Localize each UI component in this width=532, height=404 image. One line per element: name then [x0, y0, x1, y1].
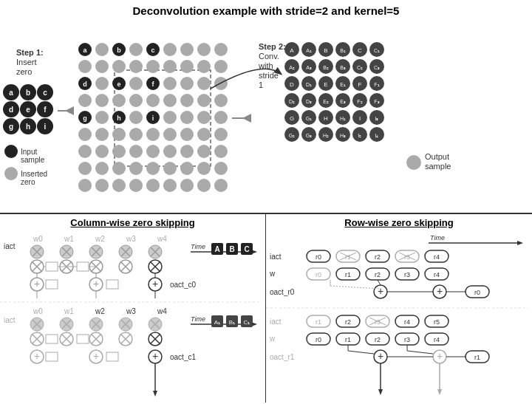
svg-text:+: + [152, 350, 158, 362]
svg-point-88 [197, 128, 211, 141]
svg-point-71 [95, 111, 109, 124]
svg-point-40 [95, 60, 109, 73]
svg-text:r4: r4 [434, 271, 440, 278]
top-diagram: Step 1: Insert zero a b c d e f g h i [0, 15, 532, 213]
svg-point-114 [180, 179, 194, 192]
svg-text:iact: iact [4, 316, 16, 324]
svg-point-63 [129, 94, 143, 107]
svg-line-398 [407, 351, 433, 354]
svg-text:I: I [359, 115, 361, 122]
bottom-right-section: Row-wise zero skipping Time iact w oact_… [266, 214, 532, 403]
svg-point-106 [197, 162, 211, 175]
svg-point-100 [95, 162, 109, 175]
svg-text:stride: stride [259, 71, 279, 80]
bottom-section: Column-wise zero skipping iact w0 w1 w2 … [0, 214, 532, 403]
svg-point-43 [146, 60, 160, 73]
step1-label: Step 1: [16, 48, 44, 57]
svg-text:r1: r1 [345, 336, 351, 343]
svg-text:A: A [214, 245, 219, 253]
svg-text:oact_r1: oact_r1 [270, 353, 295, 361]
svg-point-101 [112, 162, 126, 175]
svg-text:Inserted: Inserted [21, 170, 47, 178]
svg-text:iact: iact [270, 318, 282, 326]
svg-point-68 [214, 94, 228, 107]
svg-point-115 [197, 179, 211, 192]
svg-text:H: H [324, 115, 328, 122]
svg-text:Time: Time [430, 234, 445, 242]
svg-point-32 [129, 43, 143, 56]
svg-point-56 [163, 77, 177, 90]
svg-text:r4: r4 [434, 336, 440, 343]
svg-point-46 [197, 60, 211, 73]
svg-point-29 [95, 43, 109, 56]
svg-text:C₂: C₂ [357, 65, 363, 70]
svg-text:r1: r1 [474, 354, 480, 361]
svg-text:F₃: F₃ [374, 99, 379, 104]
svg-text:w0: w0 [33, 307, 43, 315]
svg-point-84 [129, 128, 143, 141]
svg-text:G₁: G₁ [306, 116, 312, 121]
svg-text:+: + [437, 350, 443, 362]
svg-text:w0: w0 [33, 235, 43, 243]
svg-text:r2: r2 [375, 253, 381, 261]
svg-text:B: B [229, 245, 234, 253]
svg-text:w: w [269, 335, 276, 343]
svg-point-82 [95, 128, 109, 141]
svg-point-35 [163, 43, 177, 56]
svg-text:D₁: D₁ [306, 82, 312, 87]
svg-marker-320 [153, 391, 157, 397]
iact-label-top: iact [4, 242, 16, 250]
svg-point-62 [112, 94, 126, 107]
svg-text:i: i [152, 114, 154, 122]
svg-text:g: g [9, 123, 13, 131]
svg-point-85 [146, 128, 160, 141]
top-section: Deconvolution example with stride=2 and … [0, 0, 532, 214]
svg-point-86 [163, 128, 177, 141]
svg-text:Time: Time [191, 315, 205, 323]
svg-text:r2: r2 [375, 336, 381, 343]
svg-point-99 [78, 162, 92, 175]
svg-point-80 [214, 111, 228, 124]
svg-point-108 [78, 179, 92, 192]
svg-point-66 [180, 94, 194, 107]
svg-text:+: + [34, 350, 40, 362]
svg-text:Conv.: Conv. [259, 52, 279, 61]
svg-text:oact_c0: oact_c0 [170, 281, 196, 289]
svg-rect-254 [46, 280, 58, 289]
step1-insert: Insert [16, 58, 37, 66]
svg-text:h: h [26, 123, 30, 131]
svg-text:D₃: D₃ [306, 99, 312, 104]
svg-point-105 [180, 162, 194, 175]
svg-text:B₁: B₁ [340, 48, 346, 53]
svg-text:H₁: H₁ [340, 116, 346, 121]
row-wise-diagram: Time iact w oact_r0 r0 r1 r2 [266, 228, 532, 402]
svg-text:h: h [117, 114, 121, 122]
svg-text:C₁: C₁ [374, 48, 380, 53]
svg-point-111 [129, 179, 143, 192]
svg-point-112 [146, 179, 160, 192]
svg-text:+: + [378, 285, 383, 297]
svg-text:D₂: D₂ [289, 99, 295, 104]
column-wise-diagram: iact w0 w1 w2 w3 w4 Time A B C [0, 228, 266, 402]
svg-text:g: g [83, 114, 87, 122]
svg-text:B₁: B₁ [229, 319, 235, 326]
svg-text:oact_c1: oact_c1 [170, 353, 196, 361]
svg-text:e: e [117, 81, 120, 88]
svg-text:w3: w3 [126, 307, 136, 315]
svg-text:d: d [9, 106, 13, 114]
svg-text:r3: r3 [404, 336, 410, 343]
svg-text:C: C [244, 245, 249, 253]
svg-line-396 [348, 351, 374, 354]
svg-text:I₄: I₄ [375, 133, 379, 138]
svg-rect-243 [46, 262, 58, 271]
svg-text:r4: r4 [404, 318, 410, 326]
svg-point-93 [129, 145, 143, 158]
svg-point-79 [197, 111, 211, 124]
svg-rect-316 [46, 352, 58, 361]
bottom-left-section: Column-wise zero skipping iact w0 w1 w2 … [0, 214, 266, 403]
svg-point-94 [146, 145, 160, 158]
svg-text:b: b [117, 47, 121, 54]
svg-point-102 [129, 162, 143, 175]
svg-point-67 [197, 94, 211, 107]
svg-text:I₂: I₂ [358, 133, 362, 138]
